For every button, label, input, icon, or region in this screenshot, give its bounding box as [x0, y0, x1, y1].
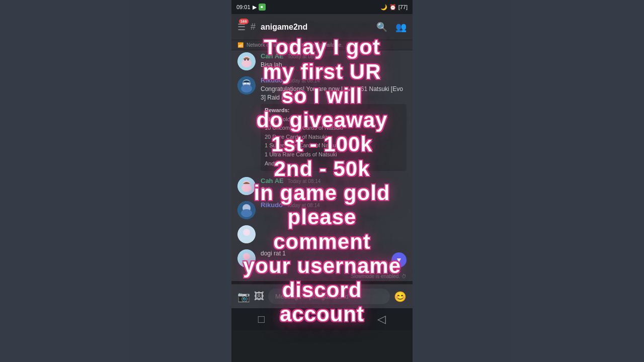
timestamp-1: Today at 08:14 — [288, 54, 321, 59]
status-right: 🌙 ⏰ [77] — [380, 4, 408, 11]
message-content-4: Rikudo Today at 08:14 — [261, 201, 407, 219]
reward-item-5: 1 Ultra Rare Cards of Natsuki — [265, 150, 403, 159]
scroll-down-button[interactable]: ▼ — [391, 252, 407, 267]
avatar-rikudo-2 — [237, 201, 256, 219]
app-icon: ■ — [259, 4, 266, 11]
dnd-icon: 🌙 — [380, 4, 387, 11]
timestamp-3: Today at 08:14 — [288, 178, 321, 184]
signal-icon: ▶ — [253, 4, 257, 11]
username-rikudo-2: Rikudo — [261, 201, 283, 209]
channel-hash-icon: # — [251, 22, 256, 32]
status-left: 09:01 ▶ ■ — [236, 4, 266, 11]
svg-point-17 — [243, 229, 250, 236]
right-panel — [413, 0, 644, 362]
reward-item-3: 20 Rare Cards of Natsuki — [265, 133, 403, 142]
message-header-2: Rikudo Today at 08:14 — [261, 76, 407, 84]
bottom-area: 📷 🖼 😊 — [231, 284, 413, 308]
slowmode-notice: Slowmode is enabled. ⏱ — [231, 272, 413, 281]
svg-point-9 — [248, 83, 249, 84]
message-input-row: 📷 🖼 😊 — [237, 289, 407, 304]
status-bar: 09:01 ▶ ■ 🌙 ⏰ [77] — [231, 0, 413, 14]
discord-header: ☰ 166 # anigame2nd 🔍 👥 — [231, 14, 413, 40]
reward-item-6: And... — [265, 159, 403, 168]
timestamp-2: Today at 08:14 — [287, 78, 320, 83]
camera-icon[interactable]: 📷 — [237, 291, 250, 303]
left-panel — [0, 0, 231, 362]
image-icon[interactable]: 🖼 — [254, 291, 264, 302]
message-header-3: Cah AE Today at 08:14 — [261, 177, 407, 185]
reward-item-2: 10 Uncommon Cards of Natsuki — [265, 124, 403, 133]
search-icon[interactable]: 🔍 — [376, 22, 387, 33]
message-content-3: Cah AE Today at 08:14 Cok — [261, 177, 407, 195]
avatar-rikudo-1 — [237, 76, 256, 95]
username-cah-2: Cah AE — [261, 177, 284, 185]
nav-bar: □ ○ ◁ — [231, 308, 413, 330]
avatar-small-1 — [237, 225, 256, 243]
recent-apps-icon[interactable]: □ — [258, 313, 265, 326]
message-text-6: dogi rat 1 — [261, 249, 407, 258]
svg-point-7 — [241, 84, 252, 93]
phone-frame: 09:01 ▶ ■ 🌙 ⏰ [77] ☰ 166 # anigame2nd 🔍 — [231, 0, 413, 362]
reward-title: Rewards: — [265, 107, 403, 113]
avatar-small-2 — [237, 249, 256, 267]
messages-area[interactable]: Cah AE Today at 08:14 Bisa lah — [231, 50, 413, 272]
timestamp-4: Today at 08:14 — [287, 203, 320, 208]
battery-indicator: [77] — [398, 4, 408, 10]
message-text-3: Cok — [261, 186, 407, 194]
message-content-6: dogi rat 1 — [261, 249, 407, 267]
channel-name: anigame2nd — [261, 23, 371, 32]
home-icon[interactable]: ○ — [318, 313, 325, 326]
svg-point-3 — [245, 59, 246, 61]
message-group-4: Rikudo Today at 08:14 — [231, 199, 413, 221]
username-rikudo-1: Rikudo — [261, 76, 283, 84]
outer-wrapper: 09:01 ▶ ■ 🌙 ⏰ [77] ☰ 166 # anigame2nd 🔍 — [0, 0, 644, 362]
svg-point-15 — [241, 209, 252, 217]
avatar-cah-1 — [237, 52, 256, 70]
svg-point-19 — [243, 253, 250, 260]
message-content-5 — [261, 225, 407, 243]
message-group-2: Rikudo Today at 08:14 Congratulations! Y… — [231, 74, 413, 173]
hamburger-wrap[interactable]: ☰ 166 — [237, 22, 246, 33]
status-time: 09:01 — [236, 4, 251, 10]
back-icon[interactable]: ◁ — [377, 313, 386, 326]
warning-icon: 📶 — [237, 42, 244, 48]
network-warning-text: Network connectivity limited or unavaila… — [247, 42, 343, 48]
reward-item-1: 8199 Gold — [265, 115, 403, 124]
message-input[interactable] — [268, 289, 390, 304]
network-warning: 📶 Network connectivity limited or unavai… — [231, 40, 413, 50]
message-text-2: Congratulations! You are now Level 561 N… — [261, 85, 407, 102]
slowmode-text: Slowmode is enabled. ⏱ — [351, 274, 407, 279]
emoji-icon[interactable]: 😊 — [394, 291, 407, 303]
message-group-6: dogi rat 1 — [231, 247, 413, 269]
avatar-cah-2 — [237, 177, 256, 195]
reward-item-4: 1 Super Rare Cards of Natsuki — [265, 141, 403, 150]
header-icons: 🔍 👥 — [376, 22, 407, 33]
reward-section: Rewards: 8199 Gold 10 Uncommon Cards of … — [261, 104, 407, 171]
message-group-1: Cah AE Today at 08:14 Bisa lah — [231, 50, 413, 72]
message-content-1: Cah AE Today at 08:14 Bisa lah — [261, 52, 407, 70]
alarm-icon: ⏰ — [389, 4, 396, 11]
message-text-1: Bisa lah — [261, 61, 407, 69]
svg-point-8 — [245, 83, 246, 84]
message-group-3: Cah AE Today at 08:14 Cok — [231, 175, 413, 197]
message-header-4: Rikudo Today at 08:14 — [261, 201, 407, 209]
message-group-5 — [231, 223, 413, 245]
message-content-2: Rikudo Today at 08:14 Congratulations! Y… — [261, 76, 407, 171]
username-cah-1: Cah AE — [261, 52, 284, 60]
notification-badge: 166 — [239, 19, 249, 24]
message-header-1: Cah AE Today at 08:14 — [261, 52, 407, 60]
members-icon[interactable]: 👥 — [395, 22, 407, 33]
svg-point-4 — [248, 59, 249, 61]
